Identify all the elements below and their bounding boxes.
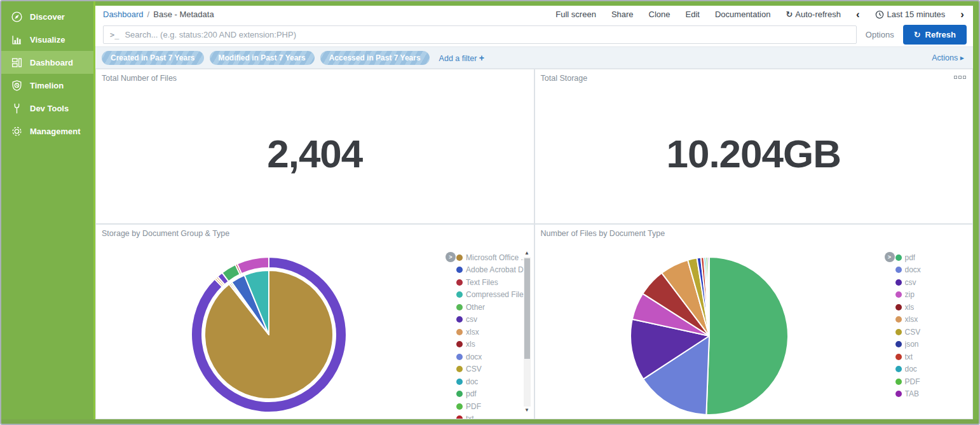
legend-item[interactable]: zip bbox=[895, 289, 974, 302]
legend-item[interactable]: csv bbox=[895, 276, 974, 289]
legend-item[interactable]: PDF bbox=[456, 400, 534, 413]
legend-label: zip bbox=[905, 290, 915, 299]
legend-item[interactable]: xls bbox=[456, 338, 534, 351]
scroll-up-icon[interactable]: ▲ bbox=[524, 250, 529, 256]
legend-color-dot bbox=[456, 366, 463, 372]
legend-label: xls bbox=[905, 303, 915, 312]
sidebar-item-dev-tools[interactable]: Dev Tools bbox=[1, 97, 93, 120]
dashboard-grid: Total Number of Files 2,404 Total Storag… bbox=[95, 69, 973, 419]
legend-item[interactable]: txt bbox=[895, 351, 974, 363]
legend-color-dot bbox=[456, 403, 463, 410]
actions-link[interactable]: Actions ▸ bbox=[932, 53, 964, 62]
plus-icon: + bbox=[479, 53, 484, 63]
time-forward-button[interactable]: › bbox=[960, 9, 964, 20]
files-pie-chart[interactable] bbox=[614, 240, 805, 419]
panel-title: Number of Files by Document Type bbox=[535, 225, 973, 242]
legend-scrollbar[interactable]: ▲ ▼ bbox=[524, 250, 531, 414]
legend-item[interactable]: pdf bbox=[456, 388, 534, 401]
legend-collapse-icon[interactable]: > bbox=[446, 252, 456, 262]
scrollbar-thumb[interactable] bbox=[524, 258, 530, 359]
legend-label: CSV bbox=[466, 365, 482, 373]
breadcrumb-dashboard-link[interactable]: Dashboard bbox=[103, 10, 144, 19]
chart-legend: > Microsoft Office ...Adobe Acrobat D...… bbox=[446, 251, 534, 419]
legend-label: xlsx bbox=[905, 315, 918, 324]
filter-pill[interactable]: Created in Past 7 Years bbox=[102, 51, 204, 65]
legend-item[interactable]: xls bbox=[895, 301, 974, 314]
legend-item[interactable]: pdf bbox=[895, 251, 974, 264]
legend-label: xls bbox=[466, 340, 475, 349]
wrench-icon bbox=[11, 102, 23, 115]
sidebar-item-visualize[interactable]: Visualize bbox=[1, 28, 93, 51]
legend-label: json bbox=[905, 340, 919, 349]
legend-color-dot bbox=[895, 267, 902, 273]
legend-item[interactable]: xlsx bbox=[456, 326, 534, 338]
legend-item[interactable]: CSV bbox=[895, 326, 974, 338]
nav-documentation-link[interactable]: Documentation bbox=[715, 10, 770, 19]
legend-item[interactable]: xlsx bbox=[895, 314, 974, 326]
legend-item[interactable]: json bbox=[895, 338, 974, 351]
search-box: >_ bbox=[103, 25, 857, 44]
legend-label: pdf bbox=[905, 253, 916, 262]
nav-full-screen-link[interactable]: Full screen bbox=[555, 10, 596, 19]
legend-item[interactable]: TAB bbox=[895, 388, 974, 401]
legend-label: xlsx bbox=[466, 328, 479, 337]
legend-collapse-icon[interactable]: > bbox=[885, 252, 895, 262]
auto-refresh-button[interactable]: ↻Auto-refresh bbox=[786, 10, 840, 19]
legend-item[interactable]: Text Files bbox=[456, 276, 534, 289]
nav-edit-link[interactable]: Edit bbox=[686, 10, 700, 19]
legend-item[interactable]: PDF bbox=[895, 375, 974, 388]
panel-files-by-type: Number of Files by Document Type > pdfdo… bbox=[534, 224, 974, 419]
pie-slice-pdf[interactable] bbox=[706, 257, 788, 415]
terminal-prompt-icon: >_ bbox=[110, 31, 119, 39]
caret-right-icon: ▸ bbox=[960, 53, 964, 62]
refresh-button[interactable]: ↻ Refresh bbox=[903, 25, 967, 45]
legend-item[interactable]: doc bbox=[895, 363, 974, 376]
top-bar: Dashboard / Base - Metadata Full screenS… bbox=[95, 6, 973, 23]
legend-item[interactable]: Adobe Acrobat D... bbox=[456, 264, 534, 277]
legend-color-dot bbox=[895, 341, 902, 347]
filter-bar: Created in Past 7 YearsModified in Past … bbox=[95, 47, 973, 69]
legend-color-dot bbox=[895, 316, 902, 323]
refresh-icon: ↻ bbox=[914, 30, 921, 39]
sidebar-item-discover[interactable]: Discover bbox=[1, 5, 93, 28]
nav-clone-link[interactable]: Clone bbox=[649, 10, 670, 19]
legend-label: Adobe Acrobat D... bbox=[466, 265, 530, 274]
legend-item[interactable]: docx bbox=[895, 264, 974, 277]
legend-item[interactable]: Other bbox=[456, 301, 534, 314]
time-back-button[interactable]: ‹ bbox=[856, 9, 860, 20]
legend-label: Compressed Files bbox=[466, 290, 527, 299]
legend-item[interactable]: docx bbox=[456, 351, 534, 363]
scroll-down-icon[interactable]: ▼ bbox=[524, 407, 529, 414]
nav-share-link[interactable]: Share bbox=[611, 10, 634, 19]
legend-label: txt bbox=[466, 414, 474, 419]
filter-pill[interactable]: Accessed in Past 7 Years bbox=[320, 51, 430, 65]
sidebar-item-timelion[interactable]: Timelion bbox=[1, 74, 93, 97]
total-storage-metric: 10.204GB bbox=[666, 131, 841, 176]
legend-color-dot bbox=[456, 267, 463, 273]
options-link[interactable]: Options bbox=[866, 30, 894, 39]
time-range-picker[interactable]: Last 15 minutes bbox=[875, 10, 946, 19]
sidebar: DiscoverVisualizeDashboardTimelionDev To… bbox=[1, 1, 95, 419]
legend-item[interactable]: CSV bbox=[456, 363, 534, 376]
legend-item[interactable]: Compressed Files bbox=[456, 289, 534, 302]
legend-color-dot bbox=[456, 304, 463, 310]
sidebar-item-dashboard[interactable]: Dashboard bbox=[1, 51, 93, 74]
panel-total-files: Total Number of Files 2,404 bbox=[95, 69, 534, 224]
legend-color-dot bbox=[456, 291, 463, 298]
legend-color-dot bbox=[895, 366, 902, 372]
filter-pill[interactable]: Modified in Past 7 Years bbox=[210, 51, 315, 65]
legend-label: CSV bbox=[905, 328, 921, 337]
search-input[interactable] bbox=[125, 30, 849, 39]
legend-item[interactable]: csv bbox=[456, 314, 534, 326]
legend-color-dot bbox=[456, 279, 463, 286]
add-filter-link[interactable]: Add a filter + bbox=[439, 53, 484, 63]
legend-item[interactable]: txt bbox=[456, 413, 534, 420]
legend-item[interactable]: Microsoft Office ... bbox=[456, 251, 534, 264]
legend-label: txt bbox=[905, 352, 913, 361]
legend-item[interactable]: doc bbox=[456, 375, 534, 388]
legend-label: doc bbox=[905, 365, 917, 373]
dashboard-icon bbox=[11, 57, 23, 69]
sidebar-item-management[interactable]: Management bbox=[1, 120, 93, 143]
storage-donut-chart[interactable] bbox=[174, 239, 364, 419]
shield-clock-icon bbox=[11, 80, 23, 92]
